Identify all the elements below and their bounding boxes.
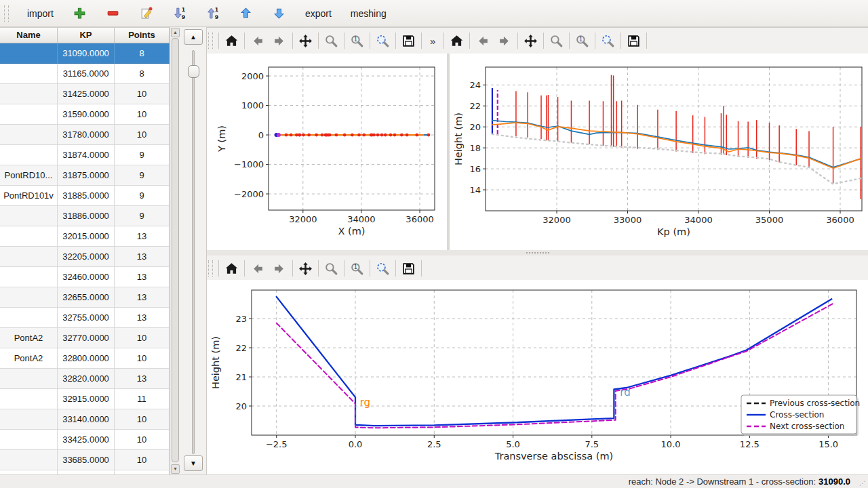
table-row[interactable]: 33685.000010 <box>0 450 170 470</box>
points-cell[interactable]: 9 <box>115 145 170 165</box>
column-header-name[interactable]: Name <box>0 28 58 43</box>
horizontal-splitter[interactable] <box>207 250 868 256</box>
profile-zoom-button[interactable] <box>545 31 568 50</box>
kp-cell[interactable]: 31875.0000 <box>58 165 115 186</box>
export-button[interactable]: export <box>300 6 336 21</box>
toolbar-overflow-chevron[interactable]: » <box>423 35 442 47</box>
table-row[interactable]: PontRD10...31875.00009 <box>0 165 170 186</box>
points-cell[interactable]: 13 <box>115 267 170 287</box>
profile-save-button[interactable] <box>623 31 645 50</box>
points-cell[interactable]: 10 <box>115 328 170 348</box>
plan-save-button[interactable] <box>397 31 420 50</box>
sort-descending-button[interactable]: 19 <box>167 4 191 22</box>
plan-forward-button[interactable] <box>269 31 291 50</box>
name-cell[interactable]: PontA2 <box>0 348 58 369</box>
kp-cell[interactable]: 31780.0000 <box>58 125 115 145</box>
table-row[interactable]: PontA232770.000010 <box>0 328 170 348</box>
points-cell[interactable]: 9 <box>115 206 170 226</box>
section-slider-handle[interactable] <box>188 65 199 78</box>
kp-cell[interactable]: 33140.0000 <box>58 409 115 430</box>
plan-home-button[interactable] <box>220 31 243 50</box>
points-cell[interactable]: 11 <box>115 389 170 409</box>
toolbar-grip[interactable] <box>208 33 213 49</box>
points-cell[interactable]: 13 <box>115 369 170 389</box>
kp-cell[interactable]: 31874.0000 <box>58 145 115 165</box>
kp-cell[interactable]: 33685.0000 <box>58 450 115 470</box>
plan-back-button[interactable] <box>246 31 269 50</box>
table-row[interactable]: 31874.00009 <box>0 145 170 165</box>
points-cell[interactable]: 10 <box>115 430 170 450</box>
kp-cell[interactable]: 32755.0000 <box>58 308 115 328</box>
edit-cross-section-button[interactable] <box>134 4 158 22</box>
profile-zoom-select-button[interactable]: 1 <box>571 31 593 50</box>
table-row[interactable]: 33140.000010 <box>0 409 170 430</box>
points-cell[interactable]: 8 <box>115 64 170 84</box>
table-row[interactable]: 31165.00008 <box>0 64 170 84</box>
table-row[interactable]: 32655.000013 <box>0 287 170 308</box>
points-cell[interactable]: 9 <box>115 165 170 186</box>
points-cell[interactable]: 10 <box>115 125 170 145</box>
meshing-button[interactable]: meshing <box>346 6 391 21</box>
table-row[interactable]: 32460.000013 <box>0 267 170 287</box>
cross-section-zoom-button[interactable] <box>320 259 342 278</box>
profile-home-button[interactable] <box>446 31 468 50</box>
name-cell[interactable] <box>0 287 58 308</box>
table-row[interactable]: 31886.00009 <box>0 206 170 226</box>
profile-back-button[interactable] <box>471 31 494 50</box>
scrollbar-up-button[interactable]: ▲ <box>171 28 180 37</box>
kp-cell[interactable]: 32460.0000 <box>58 267 115 287</box>
cross-section-forward-button[interactable] <box>269 259 291 278</box>
table-row[interactable]: 32915.000011 <box>0 389 170 409</box>
points-cell[interactable]: 10 <box>115 104 170 125</box>
name-cell[interactable]: PontRD101v <box>0 186 58 206</box>
cross-section-zoom-fit-button[interactable] <box>372 259 394 278</box>
points-cell[interactable]: 13 <box>115 308 170 328</box>
scrollbar-thumb[interactable] <box>172 38 179 462</box>
kp-cell[interactable]: 32655.0000 <box>58 287 115 308</box>
column-header-points[interactable]: Points <box>115 28 170 43</box>
table-row[interactable]: PontRD101v31885.00009 <box>0 186 170 206</box>
cross-section-home-button[interactable] <box>220 259 243 278</box>
kp-cell[interactable]: 31425.0000 <box>58 84 115 104</box>
cross-section-pan-button[interactable] <box>294 259 317 278</box>
kp-cell[interactable]: 33425.0000 <box>58 430 115 450</box>
kp-cell[interactable]: 31886.0000 <box>58 206 115 226</box>
table-row[interactable]: 31780.000010 <box>0 125 170 145</box>
table-row[interactable]: 32755.000013 <box>0 308 170 328</box>
name-cell[interactable] <box>0 247 58 267</box>
scrollbar-down-button[interactable]: ▼ <box>171 464 180 474</box>
plan-view-chart[interactable]: 320003400036000200010000−1000−2000X (m)Y… <box>207 54 448 250</box>
points-cell[interactable]: 13 <box>115 226 170 247</box>
name-cell[interactable] <box>0 409 58 430</box>
kp-cell[interactable]: 31885.0000 <box>58 186 115 206</box>
table-row[interactable]: 31425.000010 <box>0 84 170 104</box>
kp-cell[interactable]: 32915.0000 <box>58 389 115 409</box>
table-header[interactable]: Name KP Points <box>0 28 170 43</box>
plan-pan-button[interactable] <box>294 31 317 50</box>
name-cell[interactable] <box>0 84 58 104</box>
remove-cross-section-button[interactable] <box>101 4 125 22</box>
points-cell[interactable]: 10 <box>115 409 170 430</box>
points-cell[interactable]: 10 <box>115 348 170 369</box>
add-cross-section-button[interactable] <box>68 4 92 22</box>
name-cell[interactable] <box>0 267 58 287</box>
previous-section-button[interactable]: ▲ <box>184 29 203 45</box>
name-cell[interactable] <box>0 43 58 64</box>
profile-zoom-fit-button[interactable] <box>597 31 619 50</box>
points-cell[interactable]: 13 <box>115 247 170 267</box>
window-resize-grip[interactable]: ⋰ <box>859 480 866 487</box>
cross-section-back-button[interactable] <box>246 259 269 278</box>
section-slider-track[interactable] <box>192 50 195 454</box>
table-row[interactable]: PontA232800.000010 <box>0 348 170 369</box>
cross-section-save-button[interactable] <box>397 259 420 278</box>
name-cell[interactable] <box>0 430 58 450</box>
name-cell[interactable] <box>0 64 58 84</box>
kp-cell[interactable]: 32800.0000 <box>58 348 115 369</box>
toolbar-grip[interactable] <box>4 5 9 22</box>
move-up-button[interactable] <box>234 4 258 22</box>
toolbar-grip[interactable] <box>208 260 213 277</box>
points-cell[interactable]: 9 <box>115 186 170 206</box>
profile-forward-button[interactable] <box>494 31 516 50</box>
name-cell[interactable] <box>0 450 58 470</box>
kp-cell[interactable]: 32820.0000 <box>58 369 115 389</box>
